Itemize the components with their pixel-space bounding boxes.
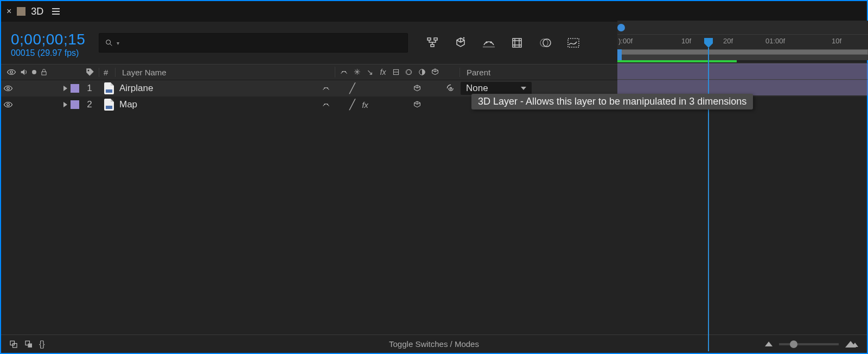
svg-point-32 (327, 104, 328, 105)
svg-point-30 (7, 104, 10, 106)
label-color-chip[interactable] (71, 84, 79, 93)
switches-column-header: ✳ ↘ fx (335, 67, 459, 78)
comp-flowchart-icon[interactable] (424, 35, 441, 51)
comp-color-swatch (17, 7, 25, 16)
layer-name[interactable]: Airplane (119, 83, 153, 94)
quality-switch-icon[interactable]: ╱ (347, 99, 358, 110)
svg-point-17 (32, 70, 36, 74)
layername-column-header[interactable]: Layer Name (115, 68, 335, 77)
layer-search-input[interactable]: ▾ (99, 33, 408, 53)
layer-index: 1 (81, 83, 98, 94)
close-tab-button[interactable]: × (7, 7, 11, 16)
layer-index: 2 (81, 99, 98, 110)
svg-point-29 (327, 88, 328, 88)
zoom-in-icon[interactable] (845, 341, 856, 347)
svg-point-21 (345, 72, 346, 72)
svg-rect-2 (427, 38, 431, 40)
label-column-icon[interactable] (85, 67, 95, 77)
svg-rect-7 (483, 46, 495, 48)
motion-blur-icon[interactable] (537, 35, 553, 51)
svg-rect-15 (568, 38, 579, 47)
twirl-icon[interactable] (63, 102, 67, 107)
panel-menu-button[interactable] (52, 8, 60, 15)
tab-title[interactable]: 3D (31, 6, 43, 17)
current-timecode[interactable]: 0;00;00;15 (11, 32, 89, 47)
chevron-down-icon (521, 87, 526, 90)
layer-name[interactable]: Map (119, 99, 137, 110)
shy-switch-icon[interactable] (321, 83, 331, 94)
timeline-zoom-slider[interactable] (779, 343, 839, 345)
svg-point-0 (106, 40, 111, 44)
quality-switch-icon[interactable]: ╱ (347, 83, 358, 94)
frame-blend-icon[interactable] (509, 35, 525, 51)
svg-point-28 (324, 88, 325, 88)
frame-info: 00015 (29.97 fps) (11, 48, 89, 58)
layer-bar[interactable] (617, 63, 868, 79)
svg-point-31 (324, 104, 325, 105)
visibility-toggle-icon[interactable] (3, 85, 13, 92)
draft3d-icon[interactable] (452, 35, 469, 51)
footage-icon (104, 82, 114, 94)
toggle-switches-button[interactable]: Toggle Switches / Modes (1, 339, 867, 349)
zoom-out-icon[interactable] (765, 342, 773, 346)
footage-icon (104, 99, 114, 111)
graph-editor-icon[interactable] (565, 35, 582, 51)
cti-line[interactable] (708, 48, 709, 351)
tooltip: 3D Layer - Allows this layer to be manip… (471, 94, 753, 110)
svg-point-6 (490, 42, 492, 43)
time-ruler[interactable]: ):00f 10f 20f 01:00f 10f (617, 34, 868, 49)
visibility-column-icon[interactable] (7, 68, 16, 76)
svg-line-1 (110, 44, 112, 46)
cached-preview-bar (617, 60, 737, 62)
svg-rect-3 (434, 38, 437, 40)
parent-dropdown[interactable]: None (461, 82, 532, 95)
audio-column-icon[interactable] (20, 68, 28, 76)
shy-icon[interactable] (481, 35, 497, 51)
time-navigator[interactable] (617, 49, 868, 60)
3d-switch-icon[interactable] (412, 99, 423, 110)
current-time-indicator[interactable] (704, 38, 713, 48)
layer-bar[interactable] (617, 79, 868, 95)
label-color-chip[interactable] (71, 100, 79, 109)
svg-rect-8 (513, 38, 521, 47)
timeline-area[interactable]: ):00f 10f 20f 01:00f 10f (617, 21, 868, 79)
pickwhip-icon[interactable] (445, 83, 456, 94)
svg-rect-18 (42, 72, 46, 75)
fx-switch-icon[interactable]: fx (360, 99, 371, 110)
svg-point-20 (342, 72, 343, 72)
svg-point-5 (486, 42, 487, 43)
lock-column-icon[interactable] (40, 68, 48, 76)
svg-point-19 (88, 70, 90, 72)
index-column-header[interactable]: # (99, 68, 115, 77)
solo-column-icon[interactable] (31, 69, 37, 75)
shy-switch-icon[interactable] (321, 99, 331, 110)
svg-point-27 (7, 87, 10, 90)
workarea-start-handle[interactable] (617, 24, 625, 31)
twirl-icon[interactable] (63, 86, 67, 91)
svg-rect-4 (431, 44, 434, 47)
visibility-toggle-icon[interactable] (3, 101, 13, 108)
svg-point-16 (10, 71, 13, 74)
3d-switch-icon[interactable] (412, 83, 423, 94)
